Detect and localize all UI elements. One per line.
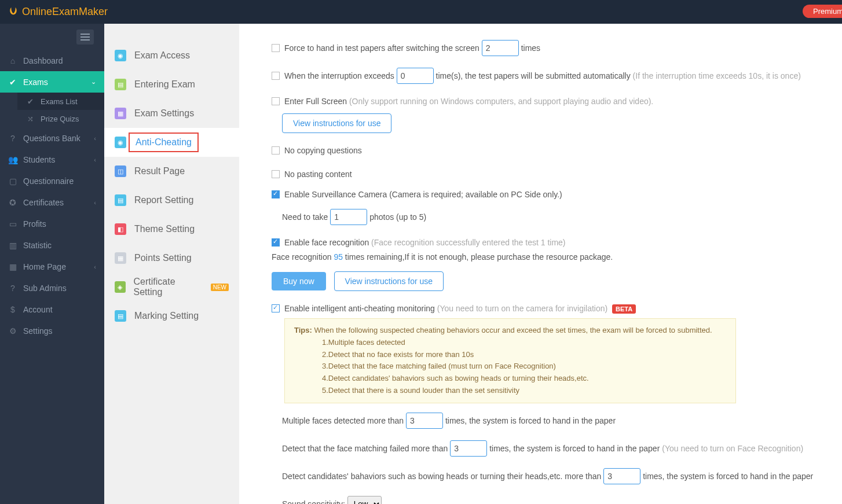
- nav-exams-list[interactable]: ✔Exams List: [17, 93, 104, 110]
- nav-label: Home Page: [23, 262, 66, 271]
- nav-certificates[interactable]: ✪Certificates‹: [0, 192, 104, 213]
- tab-marking-setting[interactable]: ▤Marking Setting: [104, 301, 239, 330]
- hint: (You need to turn on the camera for invi…: [437, 304, 607, 313]
- nav-prize-quizs[interactable]: ⤭Prize Quizs: [17, 110, 104, 127]
- multi-faces-input[interactable]: [406, 413, 443, 429]
- nav-label: Exams: [23, 78, 48, 87]
- clipboard-icon: ▢: [8, 176, 17, 186]
- tab-label: Exam Settings: [134, 108, 194, 119]
- label: times, the system is forced to hand in t…: [643, 472, 813, 481]
- hint: (You need to turn on Face Recognition): [662, 444, 803, 453]
- tips-box: Tips: When the following suspected cheat…: [284, 318, 736, 403]
- interruption-input[interactable]: [397, 68, 434, 84]
- nav-account[interactable]: $Account: [0, 299, 104, 320]
- points-icon: ▦: [115, 252, 126, 264]
- page-icon: ◫: [115, 165, 126, 177]
- badge-icon: ✪: [8, 198, 17, 207]
- logo-text: OnlineExamMaker: [22, 6, 108, 18]
- nav-exams[interactable]: ✔Exams⌄: [0, 71, 104, 93]
- report-icon: ▤: [115, 194, 126, 206]
- chevron-left-icon: ‹: [94, 156, 96, 163]
- force-switch-input[interactable]: [482, 40, 519, 56]
- tab-entering-exam[interactable]: ▤Entering Exam: [104, 70, 239, 99]
- tab-anti-cheating[interactable]: ◉Anti-Cheating: [104, 128, 239, 157]
- tab-result-page[interactable]: ◫Result Page: [104, 157, 239, 186]
- label: No copying questions: [284, 146, 362, 155]
- settings-sidebar: ◉Exam Access ▤Entering Exam ▦Exam Settin…: [104, 24, 239, 504]
- tab-theme-setting[interactable]: ◧Theme Setting: [104, 215, 239, 244]
- buy-now-button[interactable]: Buy now: [272, 272, 326, 290]
- chevron-left-icon: ‹: [94, 135, 96, 142]
- tab-certificate-setting[interactable]: ◈Certificate SettingNEW: [104, 273, 239, 301]
- tab-label: Result Page: [134, 166, 185, 176]
- intelligent-monitoring-checkbox[interactable]: [272, 304, 280, 312]
- nav-label: Prize Quizs: [41, 115, 79, 123]
- nav-label: Exams List: [41, 97, 78, 106]
- view-instructions-button[interactable]: View instructions for use: [282, 113, 391, 133]
- chart-icon: ▥: [8, 241, 17, 250]
- tab-exam-settings[interactable]: ▦Exam Settings: [104, 99, 239, 128]
- nav-statistic[interactable]: ▥Statistic: [0, 234, 104, 256]
- tab-label: Exam Access: [134, 50, 190, 61]
- users-icon: 👥: [8, 155, 17, 164]
- nav-dashboard[interactable]: ⌂Dashboard: [0, 50, 104, 71]
- label: times, the system is forced to hand in t…: [445, 416, 616, 425]
- nav-label: Dashboard: [23, 56, 63, 65]
- no-copy-checkbox[interactable]: [272, 146, 280, 154]
- tip-item: 3.Detect that the face matching failed (…: [322, 362, 556, 370]
- nav-questions-bank[interactable]: ?Questions Bank‹: [0, 127, 104, 149]
- tab-label: Theme Setting: [134, 224, 195, 234]
- nav-label: Certificates: [23, 198, 64, 207]
- chevron-down-icon: ⌄: [91, 78, 96, 86]
- tab-label: Certificate Setting: [134, 277, 202, 297]
- premium-button[interactable]: Premium: [803, 5, 842, 18]
- enable-camera-checkbox[interactable]: [272, 190, 280, 198]
- tab-label: Anti-Cheating: [136, 137, 192, 147]
- chevron-left-icon: ‹: [94, 263, 96, 270]
- tab-report-setting[interactable]: ▤Report Setting: [104, 186, 239, 215]
- tip-item: 1.Multiple faces detected: [322, 338, 405, 347]
- shield-icon: ◉: [115, 50, 126, 61]
- hint: (Face recognition successfully entered t…: [371, 238, 565, 247]
- tab-exam-access[interactable]: ◉Exam Access: [104, 41, 239, 70]
- no-paste-checkbox[interactable]: [272, 170, 280, 178]
- settings-icon: ▦: [115, 108, 126, 119]
- marking-icon: ▤: [115, 310, 126, 322]
- label: Sound sensitivity:: [282, 499, 345, 504]
- nav-label: Questionnaire: [23, 176, 74, 186]
- behavior-input[interactable]: [603, 468, 640, 484]
- view-instructions-button-2[interactable]: View instructions for use: [334, 271, 444, 291]
- label: Enter Full Screen: [284, 97, 347, 106]
- hamburger-button[interactable]: [76, 30, 94, 45]
- label: Force to hand in test papers after switc…: [284, 43, 479, 53]
- logo-icon: [7, 6, 20, 19]
- theme-icon: ◧: [115, 223, 126, 235]
- hint: (Only support running on Windows compute…: [349, 97, 653, 106]
- shuffle-icon: ⤭: [25, 114, 35, 123]
- tips-intro: When the following suspected cheating be…: [314, 326, 712, 334]
- nav-home-page[interactable]: ▦Home Page‹: [0, 256, 104, 277]
- certificate-icon: ◈: [115, 281, 126, 293]
- sound-sensitivity-select[interactable]: Low: [347, 496, 382, 504]
- nav-students[interactable]: 👥Students‹: [0, 149, 104, 170]
- face-recognition-checkbox[interactable]: [272, 238, 280, 247]
- hint: (If the interruption time exceeds 10s, i…: [633, 71, 801, 80]
- photos-input[interactable]: [330, 209, 367, 225]
- nav-settings[interactable]: ⚙Settings: [0, 320, 104, 341]
- interruption-checkbox[interactable]: [272, 72, 280, 80]
- nav-label: Account: [23, 305, 53, 314]
- face-fail-input[interactable]: [450, 440, 487, 457]
- door-icon: ▤: [115, 79, 126, 90]
- grid-icon: ▦: [8, 262, 17, 271]
- beta-badge: BETA: [612, 304, 636, 314]
- fullscreen-checkbox[interactable]: [272, 97, 280, 105]
- tip-item: 2.Detect that no face exists for more th…: [322, 350, 474, 359]
- tab-points-setting[interactable]: ▦Points Setting: [104, 244, 239, 273]
- tip-item: 5.Detect that there is a sound louder th…: [322, 386, 519, 395]
- force-switch-checkbox[interactable]: [272, 44, 280, 52]
- nav-questionnaire[interactable]: ▢Questionnaire: [0, 170, 104, 192]
- nav-profits[interactable]: ▭Profits: [0, 213, 104, 234]
- logo[interactable]: OnlineExamMaker: [7, 6, 108, 19]
- nav-sub-admins[interactable]: ?Sub Admins: [0, 277, 104, 299]
- nav-label: Questions Bank: [23, 134, 80, 143]
